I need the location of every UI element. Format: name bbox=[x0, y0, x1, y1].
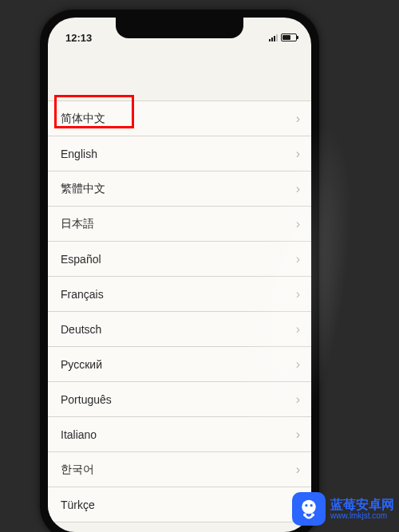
list-item-label: 繁體中文 bbox=[61, 182, 105, 196]
chevron-right-icon: › bbox=[296, 428, 300, 442]
list-item-label: Español bbox=[61, 253, 101, 266]
list-item-label: 简体中文 bbox=[61, 112, 105, 126]
chevron-right-icon: › bbox=[296, 392, 300, 407]
battery-icon bbox=[281, 33, 297, 41]
signal-icon bbox=[269, 33, 278, 41]
list-item-italian[interactable]: Italiano › bbox=[48, 417, 311, 452]
language-list: 简体中文 › English › 繁體中文 › 日本語 › Español bbox=[48, 100, 311, 522]
list-item-korean[interactable]: 한국어 › bbox=[48, 452, 311, 487]
list-item-label: Italiano bbox=[61, 428, 97, 441]
list-item-english[interactable]: English › bbox=[48, 136, 311, 171]
list-item-simplified-chinese[interactable]: 简体中文 › bbox=[48, 101, 311, 136]
watermark-text: 蓝莓安卓网 www.lmkjst.com bbox=[330, 498, 394, 521]
list-item-russian[interactable]: Русский › bbox=[48, 347, 311, 382]
list-item-label: Português bbox=[61, 393, 112, 406]
chevron-right-icon: › bbox=[296, 287, 300, 301]
list-item-japanese[interactable]: 日本語 › bbox=[48, 207, 311, 242]
chevron-right-icon: › bbox=[296, 217, 300, 231]
list-item-label: Français bbox=[61, 288, 104, 301]
chevron-right-icon: › bbox=[296, 322, 300, 337]
list-item-portuguese[interactable]: Português › bbox=[48, 382, 311, 417]
screen: 12:13 简体中文 › English › bbox=[48, 18, 311, 532]
watermark-title: 蓝莓安卓网 bbox=[330, 498, 394, 512]
list-item-spanish[interactable]: Español › bbox=[48, 242, 311, 277]
chevron-right-icon: › bbox=[296, 252, 300, 266]
watermark-icon bbox=[292, 492, 326, 526]
watermark: 蓝莓安卓网 www.lmkjst.com bbox=[292, 492, 394, 526]
list-item-label: 日本語 bbox=[61, 217, 94, 231]
list-item-french[interactable]: Français › bbox=[48, 277, 311, 312]
svg-point-4 bbox=[311, 514, 314, 517]
chevron-right-icon: › bbox=[296, 112, 300, 126]
svg-point-3 bbox=[303, 514, 306, 517]
list-item-german[interactable]: Deutsch › bbox=[48, 312, 311, 347]
watermark-url: www.lmkjst.com bbox=[330, 511, 394, 520]
list-item-label: Русский bbox=[61, 358, 102, 371]
list-item-label: Deutsch bbox=[61, 323, 101, 336]
chevron-right-icon: › bbox=[296, 182, 300, 196]
header-space bbox=[48, 51, 311, 100]
svg-point-2 bbox=[310, 504, 313, 506]
svg-point-0 bbox=[302, 500, 316, 514]
svg-point-1 bbox=[305, 504, 307, 506]
notch bbox=[116, 18, 243, 38]
list-item-label: English bbox=[61, 148, 97, 160]
status-indicators bbox=[269, 33, 297, 41]
screen-content: 12:13 简体中文 › English › bbox=[48, 18, 311, 532]
chevron-right-icon: › bbox=[296, 357, 300, 372]
list-item-label: 한국어 bbox=[61, 463, 94, 477]
list-item-label: Türkçe bbox=[61, 499, 95, 511]
chevron-right-icon: › bbox=[296, 147, 300, 161]
list-item-traditional-chinese[interactable]: 繁體中文 › bbox=[48, 171, 311, 207]
phone-frame: 12:13 简体中文 › English › bbox=[40, 10, 319, 532]
chevron-right-icon: › bbox=[296, 463, 300, 477]
list-item-turkish[interactable]: Türkçe › bbox=[48, 487, 311, 522]
status-time: 12:13 bbox=[65, 32, 92, 44]
